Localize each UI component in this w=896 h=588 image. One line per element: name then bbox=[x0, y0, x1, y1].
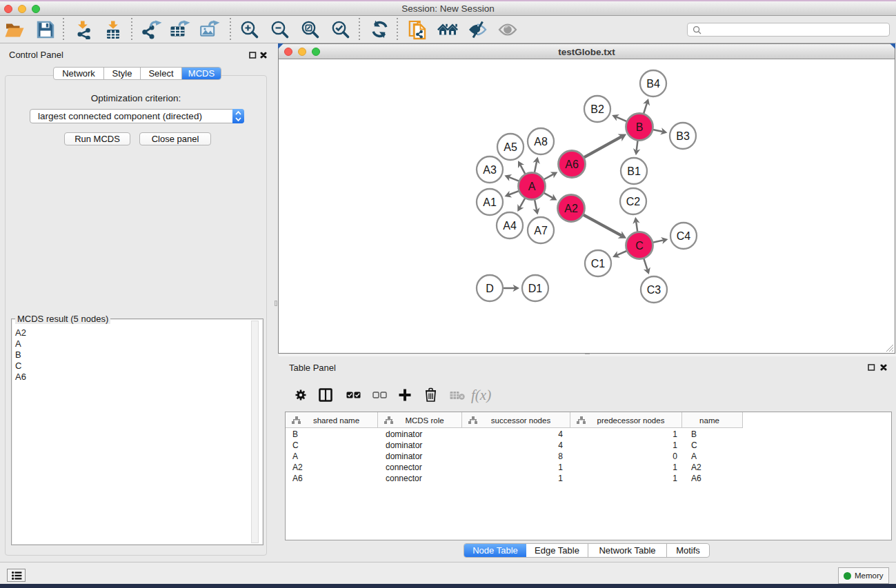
svg-text:B4: B4 bbox=[646, 78, 660, 90]
svg-text:C3: C3 bbox=[647, 284, 661, 296]
svg-text:B2: B2 bbox=[590, 103, 604, 115]
svg-text:A2: A2 bbox=[564, 203, 578, 214]
svg-text:C1: C1 bbox=[591, 258, 606, 270]
svg-text:A7: A7 bbox=[534, 225, 548, 236]
svg-text:A5: A5 bbox=[504, 141, 517, 153]
svg-text:C4: C4 bbox=[677, 230, 691, 242]
svg-text:A8: A8 bbox=[534, 136, 548, 148]
svg-text:A1: A1 bbox=[483, 196, 497, 208]
svg-text:B3: B3 bbox=[676, 130, 690, 142]
svg-text:D: D bbox=[486, 283, 494, 294]
svg-text:A4: A4 bbox=[503, 220, 517, 232]
svg-text:C2: C2 bbox=[626, 196, 641, 207]
svg-text:A: A bbox=[528, 181, 536, 192]
svg-text:B: B bbox=[636, 121, 644, 133]
svg-text:A3: A3 bbox=[483, 164, 497, 176]
svg-text:B1: B1 bbox=[627, 165, 641, 177]
svg-text:A6: A6 bbox=[565, 159, 579, 170]
svg-text:D1: D1 bbox=[528, 283, 543, 294]
svg-text:C: C bbox=[635, 240, 644, 252]
